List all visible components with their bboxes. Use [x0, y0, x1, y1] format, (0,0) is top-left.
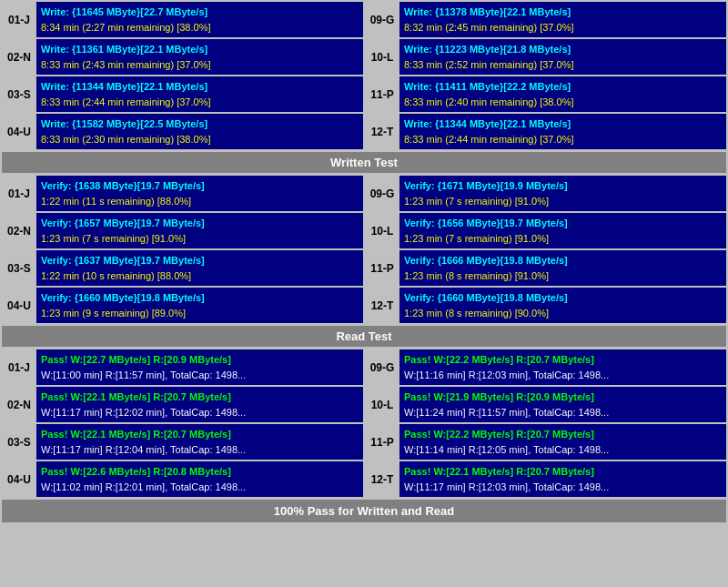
drive-data: Verify: {1660 MByte}[19.8 MByte/s]1:23 m… [399, 288, 726, 323]
table-row: 01-JPass! W:[22.7 MByte/s] R:[20.9 MByte… [2, 349, 363, 385]
drive-line1: Verify: {1671 MByte}[19.9 MByte/s] [404, 178, 722, 194]
drive-line2: 1:23 min (8 s remaining) [91.0%] [404, 268, 722, 284]
drive-id: 11-P [365, 424, 399, 460]
drive-line1: Verify: {1666 MByte}[19.8 MByte/s] [404, 253, 722, 268]
drive-line1: Pass! W:[22.2 MByte/s] R:[20.7 MByte/s] [404, 352, 722, 368]
write-section: 01-JWrite: {11645 MByte}[22.7 MByte/s]8:… [2, 2, 726, 149]
main-container: 01-JWrite: {11645 MByte}[22.7 MByte/s]8:… [0, 0, 728, 524]
drive-line1: Write: {11582 MByte}[22.5 MByte/s] [41, 116, 359, 132]
drive-line1: Pass! W:[22.1 MByte/s] R:[20.7 MByte/s] [41, 390, 359, 405]
table-row: 03-SWrite: {11344 MByte}[22.1 MByte/s]8:… [2, 76, 363, 112]
drive-id: 10-L [365, 39, 399, 75]
drive-line2: 8:33 min (2:44 min remaining) [37.0%] [41, 95, 359, 110]
drive-line2: W:[11:17 min] R:[12:02 min], TotalCap: 1… [41, 405, 359, 420]
drive-line1: Verify: {1637 MByte}[19.7 MByte/s] [41, 253, 359, 268]
table-row: 09-GVerify: {1671 MByte}[19.9 MByte/s]1:… [365, 176, 726, 211]
drive-data: Write: {11378 MByte}[22.1 MByte/s]8:32 m… [399, 2, 726, 37]
drive-line1: Write: {11411 MByte}[22.2 MByte/s] [404, 79, 722, 95]
written-test-label: Written Test [2, 152, 726, 173]
drive-data: Verify: {1637 MByte}[19.7 MByte/s]1:22 m… [36, 250, 363, 286]
drive-line1: Verify: {1660 MByte}[19.8 MByte/s] [41, 290, 359, 306]
read-section: 01-JPass! W:[22.7 MByte/s] R:[20.9 MByte… [2, 349, 726, 497]
drive-line2: 1:22 min (10 s remaining) [88.0%] [41, 268, 359, 284]
drive-data: Write: {11361 MByte}[22.1 MByte/s]8:33 m… [36, 39, 363, 75]
drive-id: 03-S [2, 250, 36, 286]
drive-line1: Verify: {1660 MByte}[19.8 MByte/s] [404, 290, 722, 306]
drive-data: Pass! W:[22.1 MByte/s] R:[20.7 MByte/s]W… [36, 424, 363, 460]
drive-line1: Write: {11645 MByte}[22.7 MByte/s] [41, 5, 359, 20]
drive-id: 12-T [365, 114, 399, 149]
drive-id: 01-J [2, 349, 36, 385]
verify-grid: 01-JVerify: {1638 MByte}[19.7 MByte/s]1:… [2, 176, 726, 323]
drive-line2: 1:22 min (11 s remaining) [88.0%] [41, 194, 359, 209]
drive-id: 10-L [365, 213, 399, 248]
drive-line2: 1:23 min (8 s remaining) [90.0%] [404, 306, 722, 321]
drive-data: Write: {11223 MByte}[21.8 MByte/s]8:33 m… [399, 39, 726, 75]
drive-line2: W:[11:16 min] R:[12:03 min], TotalCap: 1… [404, 368, 722, 383]
drive-data: Pass! W:[22.6 MByte/s] R:[20.8 MByte/s]W… [36, 461, 363, 497]
drive-line1: Pass! W:[21.9 MByte/s] R:[20.9 MByte/s] [404, 390, 722, 405]
table-row: 10-LPass! W:[21.9 MByte/s] R:[20.9 MByte… [365, 387, 726, 422]
drive-line2: W:[11:00 min] R:[11:57 min], TotalCap: 1… [41, 368, 359, 383]
drive-line1: Pass! W:[22.6 MByte/s] R:[20.8 MByte/s] [41, 464, 359, 480]
drive-id: 12-T [365, 288, 399, 323]
drive-data: Pass! W:[22.1 MByte/s] R:[20.7 MByte/s]W… [36, 387, 363, 422]
table-row: 04-UWrite: {11582 MByte}[22.5 MByte/s]8:… [2, 114, 363, 149]
footer-label: 100% Pass for Written and Read [2, 500, 726, 522]
read-grid: 01-JPass! W:[22.7 MByte/s] R:[20.9 MByte… [2, 349, 726, 497]
drive-data: Verify: {1666 MByte}[19.8 MByte/s]1:23 m… [399, 250, 726, 286]
drive-line1: Write: {11378 MByte}[22.1 MByte/s] [404, 5, 722, 20]
table-row: 11-PWrite: {11411 MByte}[22.2 MByte/s]8:… [365, 76, 726, 112]
drive-line2: 1:23 min (7 s remaining) [91.0%] [404, 231, 722, 247]
drive-id: 09-G [365, 2, 399, 37]
drive-data: Pass! W:[22.1 MByte/s] R:[20.7 MByte/s]W… [399, 461, 726, 497]
table-row: 02-NPass! W:[22.1 MByte/s] R:[20.7 MByte… [2, 387, 363, 422]
drive-data: Pass! W:[22.2 MByte/s] R:[20.7 MByte/s]W… [399, 424, 726, 460]
table-row: 12-TVerify: {1660 MByte}[19.8 MByte/s]1:… [365, 288, 726, 323]
drive-line2: 8:34 min (2:27 min remaining) [38.0%] [41, 20, 359, 35]
drive-line1: Verify: {1638 MByte}[19.7 MByte/s] [41, 178, 359, 194]
drive-id: 02-N [2, 213, 36, 248]
drive-line2: W:[11:24 min] R:[11:57 min], TotalCap: 1… [404, 405, 722, 420]
drive-id: 10-L [365, 387, 399, 422]
drive-id: 09-G [365, 176, 399, 211]
table-row: 04-UVerify: {1660 MByte}[19.8 MByte/s]1:… [2, 288, 363, 323]
drive-data: Pass! W:[22.7 MByte/s] R:[20.9 MByte/s]W… [36, 349, 363, 385]
read-test-label: Read Test [2, 326, 726, 347]
table-row: 12-TWrite: {11344 MByte}[22.1 MByte/s]8:… [365, 114, 726, 149]
table-row: 11-PVerify: {1666 MByte}[19.8 MByte/s]1:… [365, 250, 726, 286]
drive-data: Write: {11645 MByte}[22.7 MByte/s]8:34 m… [36, 2, 363, 37]
drive-line1: Pass! W:[22.1 MByte/s] R:[20.7 MByte/s] [404, 464, 722, 480]
drive-line2: 8:33 min (2:43 min remaining) [37.0%] [41, 57, 359, 73]
drive-line2: 8:32 min (2:45 min remaining) [37.0%] [404, 20, 722, 35]
drive-data: Verify: {1671 MByte}[19.9 MByte/s]1:23 m… [399, 176, 726, 211]
drive-line2: 8:33 min (2:52 min remaining) [37.0%] [404, 57, 722, 73]
drive-line1: Pass! W:[22.1 MByte/s] R:[20.7 MByte/s] [41, 427, 359, 442]
table-row: 02-NVerify: {1657 MByte}[19.7 MByte/s]1:… [2, 213, 363, 248]
drive-data: Write: {11344 MByte}[22.1 MByte/s]8:33 m… [36, 76, 363, 112]
drive-data: Verify: {1638 MByte}[19.7 MByte/s]1:22 m… [36, 176, 363, 211]
drive-line2: 1:23 min (7 s remaining) [91.0%] [404, 194, 722, 209]
drive-id: 09-G [365, 349, 399, 385]
drive-line1: Write: {11344 MByte}[22.1 MByte/s] [41, 79, 359, 95]
drive-data: Write: {11582 MByte}[22.5 MByte/s]8:33 m… [36, 114, 363, 149]
drive-id: 12-T [365, 461, 399, 497]
drive-line1: Write: {11223 MByte}[21.8 MByte/s] [404, 42, 722, 57]
drive-id: 03-S [2, 424, 36, 460]
drive-data: Pass! W:[22.2 MByte/s] R:[20.7 MByte/s]W… [399, 349, 726, 385]
table-row: 02-NWrite: {11361 MByte}[22.1 MByte/s]8:… [2, 39, 363, 75]
drive-data: Verify: {1657 MByte}[19.7 MByte/s]1:23 m… [36, 213, 363, 248]
drive-line2: 1:23 min (9 s remaining) [89.0%] [41, 306, 359, 321]
table-row: 10-LWrite: {11223 MByte}[21.8 MByte/s]8:… [365, 39, 726, 75]
table-row: 01-JVerify: {1638 MByte}[19.7 MByte/s]1:… [2, 176, 363, 211]
drive-id: 11-P [365, 76, 399, 112]
drive-line1: Pass! W:[22.7 MByte/s] R:[20.9 MByte/s] [41, 352, 359, 368]
table-row: 09-GWrite: {11378 MByte}[22.1 MByte/s]8:… [365, 2, 726, 37]
table-row: 09-GPass! W:[22.2 MByte/s] R:[20.7 MByte… [365, 349, 726, 385]
drive-data: Write: {11411 MByte}[22.2 MByte/s]8:33 m… [399, 76, 726, 112]
drive-data: Write: {11344 MByte}[22.1 MByte/s]8:33 m… [399, 114, 726, 149]
write-grid: 01-JWrite: {11645 MByte}[22.7 MByte/s]8:… [2, 2, 726, 149]
table-row: 10-LVerify: {1656 MByte}[19.7 MByte/s]1:… [365, 213, 726, 248]
drive-line2: W:[11:14 min] R:[12:05 min], TotalCap: 1… [404, 442, 722, 458]
drive-id: 02-N [2, 39, 36, 75]
